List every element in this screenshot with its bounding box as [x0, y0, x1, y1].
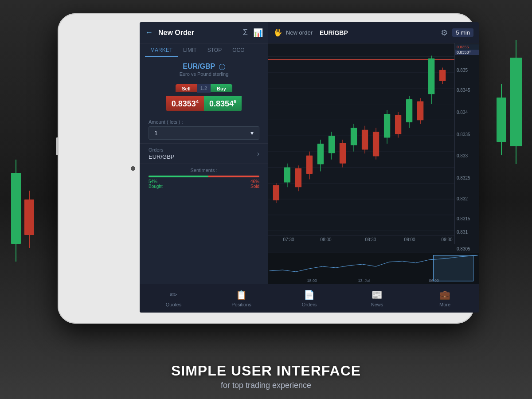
- tab-oco[interactable]: OCO: [227, 43, 250, 57]
- price-axis: 0.8355 0.8353⁴ 0.835 0.8345 0.834 0.8335…: [454, 43, 479, 244]
- news-icon: 📰: [372, 289, 383, 300]
- bought-bar: [149, 176, 208, 177]
- right-header: 🖐 New order EUR/GBP ⚙ 5 min: [268, 22, 479, 43]
- orders-section[interactable]: Orders EUR/GBP ›: [140, 143, 268, 164]
- nav-item-orders[interactable]: 📄 Orders: [275, 289, 343, 307]
- spread-value: 1.2: [197, 84, 211, 93]
- mini-chart[interactable]: 18:00 13. Jul 06:00: [268, 253, 479, 284]
- nav-item-quotes[interactable]: ✏ Quotes: [140, 289, 207, 307]
- timeframe-selector[interactable]: 5 min: [452, 28, 473, 37]
- bought-pct: 54%: [149, 179, 163, 184]
- svg-text:13. Jul: 13. Jul: [358, 278, 370, 283]
- amount-section: Amount ( lots ) : 1 ▾: [140, 116, 268, 143]
- sentiment-bar: [149, 176, 259, 177]
- nav-item-positions[interactable]: 📋 Positions: [207, 289, 275, 307]
- quotes-icon: ✏: [170, 289, 177, 300]
- volume-button[interactable]: [56, 137, 59, 155]
- info-icon[interactable]: i: [219, 64, 225, 70]
- svg-rect-54: [428, 59, 434, 94]
- svg-rect-56: [439, 70, 446, 81]
- more-label: More: [439, 302, 450, 307]
- svg-text:06:00: 06:00: [429, 278, 439, 283]
- nav-item-news[interactable]: 📰 News: [343, 289, 411, 307]
- orders-label: Orders: [302, 302, 317, 307]
- app-screen: ← New Order Σ 📊 🖐 New order EUR/GBP ⚙ 5 …: [140, 22, 479, 313]
- price-label-6: 0.8335: [455, 132, 479, 137]
- more-icon: 💼: [439, 289, 450, 300]
- positions-label: Positions: [231, 302, 251, 307]
- price-label-12: 0.8305: [455, 246, 479, 251]
- price-row: 0.83534 0.83546: [140, 96, 268, 116]
- svg-rect-52: [417, 101, 423, 120]
- sell-price[interactable]: 0.83534: [166, 96, 204, 111]
- svg-rect-26: [273, 185, 279, 200]
- nav-item-more[interactable]: 💼 More: [411, 289, 479, 307]
- sentiments-label: Sentiments :: [149, 168, 259, 173]
- svg-rect-48: [395, 115, 401, 134]
- time-label-0900: 09:00: [404, 237, 415, 242]
- price-label-10: 0.8315: [455, 216, 479, 221]
- price-label-top1: 0.8355: [455, 44, 479, 50]
- chart-icon[interactable]: 📊: [253, 28, 263, 38]
- tagline-main: SIMPLE USER INTERFACE: [0, 363, 532, 379]
- buy-price[interactable]: 0.83546: [204, 96, 242, 111]
- bid-ask-labels: Sell 1.2 Buy: [140, 80, 268, 96]
- chart-panel: 0.8355 0.8353⁴ 0.835 0.8345 0.834 0.8335…: [268, 43, 479, 284]
- svg-text:18:00: 18:00: [307, 278, 317, 283]
- svg-rect-28: [284, 168, 290, 183]
- news-label: News: [371, 302, 383, 307]
- mini-chart-svg: 18:00 13. Jul 06:00: [268, 253, 479, 284]
- sold-pct: 46%: [250, 179, 259, 184]
- svg-rect-32: [306, 156, 313, 174]
- svg-rect-9: [497, 98, 506, 142]
- order-type-tabs: MARKET LIMIT STOP OCO: [140, 43, 268, 57]
- quotes-label: Quotes: [166, 302, 181, 307]
- symbol-name: EUR/GBP: [183, 63, 215, 70]
- svg-rect-30: [295, 168, 301, 187]
- symbol-description: Euro vs Pound sterling: [140, 71, 268, 77]
- symbol-info: EUR/GBP i Euro vs Pound sterling: [140, 57, 268, 80]
- bought-label: Bought: [149, 184, 163, 189]
- time-label-0730: 07:30: [283, 237, 294, 242]
- sold-label: Sold: [250, 184, 259, 189]
- svg-rect-6: [510, 58, 522, 146]
- buy-label[interactable]: Buy: [211, 84, 232, 92]
- tagline-section: SIMPLE USER INTERFACE for top trading ex…: [0, 363, 532, 390]
- amount-dropdown[interactable]: 1 ▾: [149, 126, 259, 140]
- orders-arrow-icon: ›: [257, 150, 259, 158]
- tab-limit[interactable]: LIMIT: [178, 43, 202, 57]
- time-label-0800: 08:00: [321, 237, 332, 242]
- sigma-icon[interactable]: Σ: [243, 28, 248, 37]
- tab-market[interactable]: MARKET: [145, 43, 178, 57]
- sell-label[interactable]: Sell: [176, 84, 197, 92]
- price-label-5: 0.834: [455, 110, 479, 115]
- amount-label: Amount ( lots ) :: [149, 119, 259, 125]
- orders-label: Orders: [149, 147, 175, 153]
- amount-value: 1: [154, 129, 158, 137]
- tab-stop[interactable]: STOP: [202, 43, 227, 57]
- price-label-9: 0.832: [455, 196, 479, 201]
- price-label-7: 0.833: [455, 153, 479, 158]
- orders-pair: EUR/GBP: [149, 153, 175, 160]
- time-label-0830: 08:30: [365, 237, 376, 242]
- left-panel: MARKET LIMIT STOP OCO EUR/GBP i Euro vs …: [140, 43, 268, 284]
- price-label-3: 0.835: [455, 68, 479, 73]
- new-order-title: New Order: [158, 29, 194, 37]
- chart-area[interactable]: [268, 43, 454, 244]
- back-button[interactable]: ←: [145, 28, 153, 37]
- svg-rect-42: [362, 130, 368, 150]
- price-label-11: 0.831: [455, 230, 479, 235]
- tablet-frame: ← New Order Σ 📊 🖐 New order EUR/GBP ⚙ 5 …: [58, 13, 474, 324]
- svg-rect-40: [351, 128, 357, 145]
- svg-rect-57: [434, 255, 473, 281]
- time-axis: 07:30 08:00 08:30 09:00 09:30: [268, 235, 454, 244]
- orders-icon: 📄: [304, 289, 315, 300]
- svg-rect-46: [384, 114, 390, 138]
- settings-icon[interactable]: ⚙: [441, 28, 448, 38]
- svg-rect-3: [24, 200, 34, 235]
- svg-rect-34: [317, 144, 324, 164]
- candlestick-chart: [268, 43, 454, 244]
- touch-icon: 🖐: [274, 28, 282, 37]
- positions-icon: 📋: [236, 289, 247, 300]
- new-order-label: New order: [286, 29, 313, 36]
